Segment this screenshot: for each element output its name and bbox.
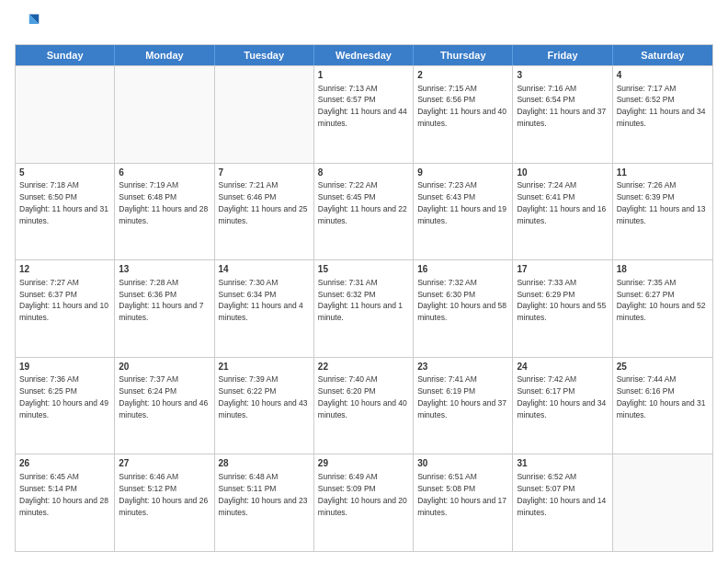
calendar-cell: 23Sunrise: 7:41 AM Sunset: 6:19 PM Dayli… xyxy=(414,358,513,454)
calendar-cell: 26Sunrise: 6:45 AM Sunset: 5:14 PM Dayli… xyxy=(16,454,115,551)
day-number: 15 xyxy=(318,263,409,276)
calendar: SundayMondayTuesdayWednesdayThursdayFrid… xyxy=(15,44,713,552)
day-number: 31 xyxy=(517,457,608,470)
calendar-cell: 22Sunrise: 7:40 AM Sunset: 6:20 PM Dayli… xyxy=(314,358,414,454)
calendar-cell: 21Sunrise: 7:39 AM Sunset: 6:22 PM Dayli… xyxy=(215,358,314,454)
calendar-cell: 24Sunrise: 7:42 AM Sunset: 6:17 PM Dayli… xyxy=(513,358,612,454)
cell-text: Sunrise: 7:39 AM Sunset: 6:22 PM Dayligh… xyxy=(219,374,308,419)
cell-text: Sunrise: 7:13 AM Sunset: 6:57 PM Dayligh… xyxy=(318,84,407,129)
calendar-cell xyxy=(16,66,115,163)
cell-text: Sunrise: 7:26 AM Sunset: 6:39 PM Dayligh… xyxy=(617,180,706,225)
cell-text: Sunrise: 7:17 AM Sunset: 6:52 PM Dayligh… xyxy=(617,84,706,129)
day-number: 16 xyxy=(417,263,508,276)
calendar-cell: 18Sunrise: 7:35 AM Sunset: 6:27 PM Dayli… xyxy=(613,260,712,357)
day-number: 9 xyxy=(417,167,508,179)
cell-text: Sunrise: 7:27 AM Sunset: 6:37 PM Dayligh… xyxy=(19,278,108,323)
day-number: 17 xyxy=(517,263,608,276)
day-number: 29 xyxy=(318,457,409,470)
cell-text: Sunrise: 7:33 AM Sunset: 6:29 PM Dayligh… xyxy=(517,278,606,323)
day-number: 3 xyxy=(517,69,608,82)
calendar-cell: 29Sunrise: 6:49 AM Sunset: 5:09 PM Dayli… xyxy=(314,454,414,551)
calendar-cell: 31Sunrise: 6:52 AM Sunset: 5:07 PM Dayli… xyxy=(513,454,612,551)
day-number: 6 xyxy=(119,167,210,179)
logo-icon xyxy=(15,11,40,37)
day-number: 27 xyxy=(119,457,210,470)
cell-text: Sunrise: 7:22 AM Sunset: 6:45 PM Dayligh… xyxy=(318,180,407,225)
cell-text: Sunrise: 7:15 AM Sunset: 6:56 PM Dayligh… xyxy=(417,84,506,129)
cell-text: Sunrise: 7:32 AM Sunset: 6:30 PM Dayligh… xyxy=(417,278,506,323)
calendar-cell xyxy=(215,66,314,163)
day-number: 22 xyxy=(318,361,409,373)
calendar-cell: 5Sunrise: 7:18 AM Sunset: 6:50 PM Daylig… xyxy=(16,164,115,260)
calendar-cell: 19Sunrise: 7:36 AM Sunset: 6:25 PM Dayli… xyxy=(16,358,115,454)
day-number: 19 xyxy=(19,361,110,373)
calendar-cell: 27Sunrise: 6:46 AM Sunset: 5:12 PM Dayli… xyxy=(115,454,214,551)
header xyxy=(15,11,713,37)
calendar-cell: 13Sunrise: 7:28 AM Sunset: 6:36 PM Dayli… xyxy=(115,260,214,357)
calendar-cell: 2Sunrise: 7:15 AM Sunset: 6:56 PM Daylig… xyxy=(414,66,513,163)
calendar-cell: 8Sunrise: 7:22 AM Sunset: 6:45 PM Daylig… xyxy=(314,164,414,260)
calendar-row: 12Sunrise: 7:27 AM Sunset: 6:37 PM Dayli… xyxy=(16,259,712,357)
cell-text: Sunrise: 7:40 AM Sunset: 6:20 PM Dayligh… xyxy=(318,374,407,419)
cell-text: Sunrise: 7:44 AM Sunset: 6:16 PM Dayligh… xyxy=(617,374,706,419)
calendar-header-cell: Wednesday xyxy=(314,45,414,65)
cell-text: Sunrise: 7:23 AM Sunset: 6:43 PM Dayligh… xyxy=(417,180,506,225)
calendar-header-cell: Saturday xyxy=(613,45,712,65)
calendar-header: SundayMondayTuesdayWednesdayThursdayFrid… xyxy=(16,45,712,65)
cell-text: Sunrise: 7:35 AM Sunset: 6:27 PM Dayligh… xyxy=(617,278,706,323)
cell-text: Sunrise: 7:21 AM Sunset: 6:46 PM Dayligh… xyxy=(219,180,308,225)
calendar-cell: 6Sunrise: 7:19 AM Sunset: 6:48 PM Daylig… xyxy=(115,164,214,260)
calendar-cell: 11Sunrise: 7:26 AM Sunset: 6:39 PM Dayli… xyxy=(613,164,712,260)
cell-text: Sunrise: 7:31 AM Sunset: 6:32 PM Dayligh… xyxy=(318,278,403,323)
calendar-cell xyxy=(115,66,214,163)
day-number: 11 xyxy=(617,167,709,179)
calendar-cell: 4Sunrise: 7:17 AM Sunset: 6:52 PM Daylig… xyxy=(613,66,712,163)
calendar-row: 5Sunrise: 7:18 AM Sunset: 6:50 PM Daylig… xyxy=(16,163,712,260)
calendar-cell: 1Sunrise: 7:13 AM Sunset: 6:57 PM Daylig… xyxy=(314,66,414,163)
cell-text: Sunrise: 6:51 AM Sunset: 5:08 PM Dayligh… xyxy=(417,472,506,517)
calendar-header-cell: Monday xyxy=(115,45,214,65)
calendar-cell: 7Sunrise: 7:21 AM Sunset: 6:46 PM Daylig… xyxy=(215,164,314,260)
cell-text: Sunrise: 7:28 AM Sunset: 6:36 PM Dayligh… xyxy=(119,278,203,323)
cell-text: Sunrise: 7:24 AM Sunset: 6:41 PM Dayligh… xyxy=(517,180,606,225)
day-number: 21 xyxy=(219,361,310,373)
calendar-cell: 9Sunrise: 7:23 AM Sunset: 6:43 PM Daylig… xyxy=(414,164,513,260)
cell-text: Sunrise: 6:52 AM Sunset: 5:07 PM Dayligh… xyxy=(517,472,606,517)
day-number: 13 xyxy=(119,263,210,276)
cell-text: Sunrise: 6:49 AM Sunset: 5:09 PM Dayligh… xyxy=(318,472,407,517)
day-number: 7 xyxy=(219,167,310,179)
cell-text: Sunrise: 6:45 AM Sunset: 5:14 PM Dayligh… xyxy=(19,472,108,517)
day-number: 20 xyxy=(119,361,210,373)
day-number: 18 xyxy=(617,263,709,276)
calendar-cell: 17Sunrise: 7:33 AM Sunset: 6:29 PM Dayli… xyxy=(513,260,612,357)
calendar-body: 1Sunrise: 7:13 AM Sunset: 6:57 PM Daylig… xyxy=(16,65,712,551)
day-number: 10 xyxy=(517,167,608,179)
cell-text: Sunrise: 7:16 AM Sunset: 6:54 PM Dayligh… xyxy=(517,84,606,129)
day-number: 8 xyxy=(318,167,409,179)
calendar-cell: 20Sunrise: 7:37 AM Sunset: 6:24 PM Dayli… xyxy=(115,358,214,454)
cell-text: Sunrise: 7:18 AM Sunset: 6:50 PM Dayligh… xyxy=(19,180,108,225)
day-number: 12 xyxy=(19,263,110,276)
calendar-cell: 16Sunrise: 7:32 AM Sunset: 6:30 PM Dayli… xyxy=(414,260,513,357)
calendar-header-cell: Thursday xyxy=(414,45,513,65)
day-number: 25 xyxy=(617,361,709,373)
day-number: 23 xyxy=(417,361,508,373)
day-number: 24 xyxy=(517,361,608,373)
cell-text: Sunrise: 7:19 AM Sunset: 6:48 PM Dayligh… xyxy=(119,180,208,225)
calendar-row: 1Sunrise: 7:13 AM Sunset: 6:57 PM Daylig… xyxy=(16,65,712,163)
day-number: 14 xyxy=(219,263,310,276)
cell-text: Sunrise: 6:48 AM Sunset: 5:11 PM Dayligh… xyxy=(219,472,308,517)
cell-text: Sunrise: 7:42 AM Sunset: 6:17 PM Dayligh… xyxy=(517,374,606,419)
calendar-header-cell: Friday xyxy=(513,45,612,65)
calendar-cell: 15Sunrise: 7:31 AM Sunset: 6:32 PM Dayli… xyxy=(314,260,414,357)
day-number: 1 xyxy=(318,69,409,82)
day-number: 5 xyxy=(19,167,110,179)
cell-text: Sunrise: 7:41 AM Sunset: 6:19 PM Dayligh… xyxy=(417,374,506,419)
cell-text: Sunrise: 7:37 AM Sunset: 6:24 PM Dayligh… xyxy=(119,374,208,419)
cell-text: Sunrise: 7:30 AM Sunset: 6:34 PM Dayligh… xyxy=(219,278,303,323)
day-number: 30 xyxy=(417,457,508,470)
calendar-cell: 25Sunrise: 7:44 AM Sunset: 6:16 PM Dayli… xyxy=(613,358,712,454)
page: SundayMondayTuesdayWednesdayThursdayFrid… xyxy=(0,0,728,563)
logo xyxy=(15,11,42,37)
day-number: 4 xyxy=(617,69,709,82)
